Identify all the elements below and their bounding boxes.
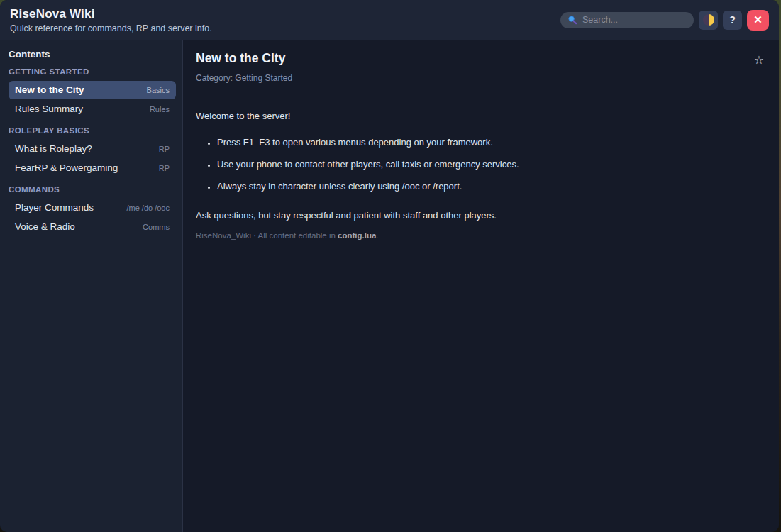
article-divider	[196, 92, 767, 92]
sidebar-item-badge: RP	[159, 164, 170, 172]
sidebar-item-badge: Basics	[147, 86, 170, 94]
sidebar-item[interactable]: Rules SummaryRules	[9, 100, 176, 118]
sidebar-item-badge: RP	[159, 145, 170, 153]
header-titles: RiseNova Wiki Quick reference for comman…	[10, 7, 212, 33]
close-button[interactable]: ✕	[747, 10, 769, 31]
search-input[interactable]	[582, 15, 682, 25]
sidebar-item[interactable]: Player Commands/me /do /ooc	[9, 199, 176, 217]
sidebar-item-label: FearRP & Powergaming	[15, 162, 118, 173]
app-subtitle: Quick reference for commands, RP and ser…	[10, 23, 212, 33]
sidebar-section-label: GETTING STARTED	[9, 67, 175, 76]
sidebar: Contents GETTING STARTEDNew to the CityB…	[0, 40, 183, 532]
footer-suffix: .	[376, 231, 378, 240]
sidebar-item-label: Voice & Radio	[15, 221, 75, 232]
article-title: New to the City	[196, 51, 285, 66]
moon-phase-icon	[703, 14, 714, 26]
sidebar-item-badge: Comms	[143, 223, 170, 231]
header-controls: ? ✕	[560, 10, 769, 31]
sidebar-item-label: What is Roleplay?	[15, 143, 92, 154]
article-outro: Ask questions, but stay respectful and p…	[196, 210, 767, 221]
sidebar-item-label: New to the City	[15, 84, 84, 95]
sidebar-item[interactable]: Voice & RadioComms	[9, 218, 176, 236]
article-bullet: Always stay in character unless clearly …	[217, 181, 767, 192]
sidebar-section-label: ROLEPLAY BASICS	[9, 126, 175, 135]
theme-toggle-button[interactable]	[699, 11, 718, 30]
help-button[interactable]: ?	[723, 11, 742, 30]
sidebar-item[interactable]: New to the CityBasics	[9, 81, 176, 99]
sidebar-sections: GETTING STARTEDNew to the CityBasicsRule…	[9, 67, 176, 236]
sidebar-section-label: COMMANDS	[9, 185, 175, 194]
article-bullet: Use your phone to contact other players,…	[217, 159, 767, 170]
article-intro: Welcome to the server!	[196, 111, 767, 121]
main-split: Contents GETTING STARTEDNew to the CityB…	[0, 40, 779, 532]
header-bar: RiseNova Wiki Quick reference for comman…	[0, 0, 779, 40]
sidebar-item-label: Rules Summary	[15, 104, 83, 114]
search-box[interactable]	[560, 12, 694, 28]
search-icon	[567, 15, 577, 25]
footer-prefix: RiseNova_Wiki · All content editable in	[196, 231, 338, 240]
favorite-star-icon[interactable]: ☆	[751, 52, 767, 69]
footer-filename: config.lua	[338, 231, 376, 240]
app-title: RiseNova Wiki	[10, 7, 212, 21]
sidebar-item-badge: Rules	[150, 105, 170, 113]
article-header: New to the City ☆	[196, 51, 767, 69]
wiki-window: RiseNova Wiki Quick reference for comman…	[0, 0, 779, 532]
sidebar-item-badge: /me /do /ooc	[126, 204, 170, 212]
article-footer: RiseNova_Wiki · All content editable in …	[196, 231, 767, 240]
article-category: Category: Getting Started	[196, 73, 767, 83]
sidebar-item[interactable]: What is Roleplay?RP	[9, 140, 176, 158]
article-bullet-list: Press F1–F3 to open various menus depend…	[196, 137, 767, 192]
sidebar-item-label: Player Commands	[15, 202, 94, 213]
sidebar-item[interactable]: FearRP & PowergamingRP	[9, 159, 176, 177]
article-bullet: Press F1–F3 to open various menus depend…	[217, 137, 767, 148]
article-pane: New to the City ☆ Category: Getting Star…	[183, 40, 779, 532]
sidebar-heading: Contents	[9, 49, 176, 60]
